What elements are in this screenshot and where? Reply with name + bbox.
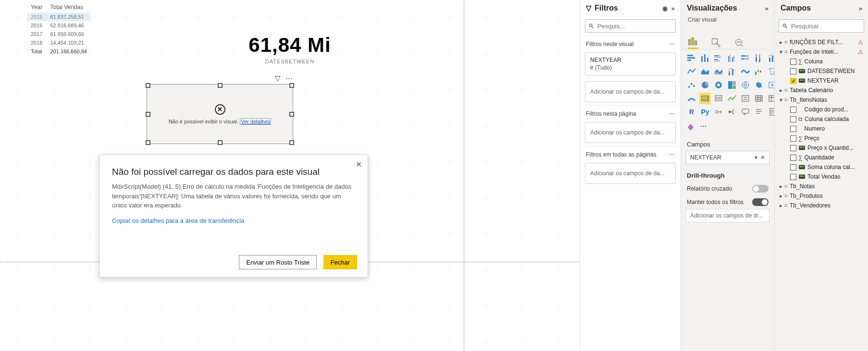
viz-multi-card[interactable] — [713, 93, 724, 104]
more-icon[interactable]: ⋯ — [285, 74, 293, 82]
resize-handle[interactable] — [218, 140, 223, 145]
viz-r[interactable]: R — [686, 106, 697, 118]
field-checkbox[interactable] — [790, 68, 796, 74]
more-icon[interactable]: ⋯ — [669, 151, 675, 158]
viz-stacked-col[interactable] — [699, 52, 711, 64]
field-node[interactable]: 📟 Preço x Quantid... — [778, 143, 865, 153]
field-node[interactable]: ∑ Codigo do prod... — [778, 105, 865, 114]
resize-handle[interactable] — [289, 112, 294, 117]
viz-treemap[interactable] — [726, 79, 738, 91]
copy-details-link[interactable]: Copiar os detalhes para a área de transf… — [99, 210, 368, 231]
resize-handle[interactable] — [218, 83, 223, 88]
remove-field-icon[interactable]: ✕ — [760, 154, 765, 161]
field-checkbox[interactable] — [790, 107, 796, 113]
resize-handle[interactable] — [289, 83, 294, 88]
close-icon[interactable]: ✕ — [356, 160, 362, 169]
viz-100-bar[interactable] — [740, 52, 751, 64]
filter-icon[interactable]: ▽ — [275, 74, 281, 82]
viz-python[interactable]: Py — [699, 106, 711, 118]
field-node[interactable]: ✓ 📟 NEXTYEAR — [778, 76, 865, 85]
card-visual[interactable]: 61,84 Mi DATESBETWEEN — [0, 34, 580, 64]
filter-card-nextyear[interactable]: NEXTYEAR é (Tudo) — [585, 52, 676, 75]
chevron-down-icon[interactable]: ▾ — [755, 154, 757, 161]
viz-map[interactable] — [740, 79, 751, 91]
filter-add-well[interactable]: Adicionar os campos de da... — [585, 122, 676, 143]
table-node[interactable]: ▾⌗Funções de Inteli...⚠ — [778, 47, 865, 57]
eye-icon[interactable]: ◉ — [662, 5, 668, 12]
viz-kpi[interactable] — [726, 93, 738, 104]
close-button[interactable]: Fechar — [323, 255, 357, 269]
viz-power-apps[interactable] — [686, 122, 697, 134]
field-node[interactable]: ∑ Numero — [778, 124, 865, 133]
table-node[interactable]: ▸⌗Tabela Calenário — [778, 85, 865, 95]
field-node[interactable]: 📟 DATESBETWEEN — [778, 66, 865, 76]
collapse-icon[interactable]: » — [671, 5, 675, 12]
resize-handle[interactable] — [146, 140, 150, 145]
cross-report-toggle[interactable] — [752, 185, 769, 193]
resize-handle[interactable] — [146, 83, 150, 88]
table-node[interactable]: ▾⌗Tb_ItensNotas — [778, 95, 865, 105]
viz-clustered-col[interactable] — [726, 52, 738, 64]
tab-build[interactable] — [688, 28, 698, 49]
tab-format[interactable] — [711, 28, 721, 49]
report-canvas[interactable]: Year Total Vendas 201561.837.258,51 2016… — [0, 0, 580, 351]
viz-card[interactable]: 123 — [699, 93, 711, 104]
viz-line-stacked[interactable] — [726, 66, 738, 77]
drill-add-well[interactable]: Adicionar os campos de dr... — [686, 209, 769, 222]
filter-add-well[interactable]: Adicionar os campos de da... — [585, 81, 676, 102]
viz-stacked-area[interactable] — [713, 66, 724, 77]
viz-area[interactable] — [699, 66, 711, 77]
viz-qna[interactable] — [740, 106, 751, 118]
filter-search-input[interactable]: 🔍︎ Pesquis... — [585, 19, 676, 33]
keep-filters-toggle[interactable] — [752, 198, 769, 206]
field-well-nextyear[interactable]: NEXTYEAR ▾ ✕ — [686, 151, 769, 164]
viz-line[interactable] — [686, 66, 697, 77]
field-checkbox[interactable] — [790, 164, 796, 170]
resize-handle[interactable] — [289, 140, 294, 145]
field-node[interactable]: ∑ Preço — [778, 133, 865, 143]
field-checkbox[interactable] — [790, 155, 796, 161]
viz-ribbon[interactable] — [740, 66, 751, 77]
more-icon[interactable]: ⋯ — [669, 41, 675, 48]
viz-pie[interactable] — [699, 79, 711, 91]
send-frown-button[interactable]: Enviar um Rosto Triste — [239, 255, 317, 269]
field-node[interactable]: 📟 Total Vendas — [778, 172, 865, 182]
field-node[interactable]: 📟 Soma coluna cal... — [778, 162, 865, 172]
col-year[interactable]: Year — [27, 2, 46, 12]
viz-waterfall[interactable] — [753, 66, 765, 77]
field-node[interactable]: ∑ Coluna — [778, 57, 865, 66]
viz-decomposition[interactable] — [726, 106, 738, 118]
viz-100-col[interactable] — [753, 52, 765, 64]
viz-filled-map[interactable] — [753, 79, 765, 91]
table-node[interactable]: ▸⌗Tb_Produtos — [778, 191, 865, 201]
viz-key-influencers[interactable] — [713, 106, 724, 118]
resize-handle[interactable] — [146, 112, 150, 117]
table-row[interactable]: 201662.916.689,46 — [27, 21, 91, 30]
more-visuals-icon[interactable]: ⋯ — [700, 122, 712, 134]
field-node[interactable]: ∑ Quantidade — [778, 153, 865, 162]
viz-slicer[interactable] — [740, 93, 751, 104]
fields-search-input[interactable]: 🔍︎ Pesquisar — [779, 19, 864, 33]
viz-table[interactable] — [753, 93, 765, 104]
field-checkbox[interactable]: ✓ — [790, 78, 796, 84]
collapse-icon[interactable]: » — [765, 5, 769, 12]
viz-scatter[interactable] — [686, 79, 697, 91]
more-icon[interactable]: ⋯ — [669, 110, 675, 117]
field-checkbox[interactable] — [790, 126, 796, 132]
field-node[interactable]: ⧉ Coluna calculada — [778, 114, 865, 124]
viz-gauge[interactable] — [686, 93, 697, 104]
viz-donut[interactable] — [713, 79, 724, 91]
filter-add-well[interactable]: Adicionar os campos de da... — [585, 163, 676, 184]
col-total[interactable]: Total Vendas — [46, 2, 90, 12]
table-node[interactable]: ▸⌗Tb_Vendedores — [778, 201, 865, 210]
field-checkbox[interactable] — [790, 174, 796, 180]
viz-stacked-bar[interactable] — [686, 52, 697, 64]
error-visual[interactable]: ▽ ⋯ ✕ Não é possível exibir o visual. Ve… — [147, 84, 293, 144]
collapse-icon[interactable]: » — [859, 5, 862, 12]
viz-narrative[interactable] — [753, 106, 765, 118]
table-row[interactable]: 201561.837.258,51 — [27, 12, 91, 21]
field-checkbox[interactable] — [790, 135, 796, 142]
field-checkbox[interactable] — [790, 59, 796, 65]
field-checkbox[interactable] — [790, 145, 796, 151]
table-node[interactable]: ▸⌗Tb_Notas — [778, 182, 865, 191]
